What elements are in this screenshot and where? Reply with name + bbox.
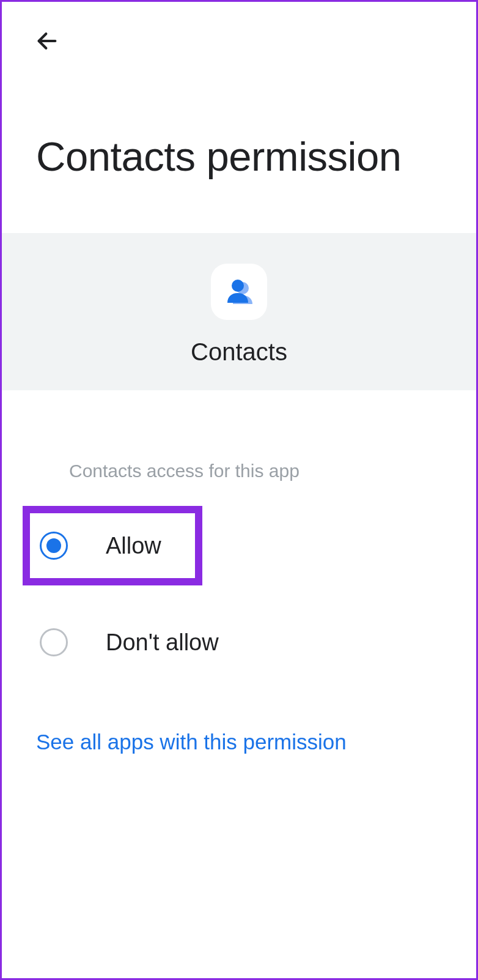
see-all-apps-link[interactable]: See all apps with this permission: [2, 675, 476, 754]
app-icon-wrapper: [211, 264, 267, 320]
radio-option-dont-allow[interactable]: Don't allow: [2, 610, 476, 675]
radio-selected-icon: [40, 532, 68, 560]
back-arrow-icon: [35, 29, 59, 53]
svg-point-2: [232, 280, 244, 292]
contacts-app-icon: [222, 275, 256, 309]
radio-label-allow: Allow: [106, 533, 161, 559]
app-info-section: Contacts: [2, 233, 476, 390]
back-button[interactable]: [32, 26, 62, 56]
radio-unselected-icon: [40, 628, 68, 656]
section-label: Contacts access for this app: [2, 461, 476, 506]
radio-option-allow[interactable]: Allow: [23, 506, 202, 585]
page-title: Contacts permission: [2, 56, 476, 233]
radio-label-dont-allow: Don't allow: [106, 629, 219, 656]
toolbar: [2, 2, 476, 56]
permission-options-section: Contacts access for this app Allow Don't…: [2, 390, 476, 675]
app-name-label: Contacts: [191, 338, 287, 366]
